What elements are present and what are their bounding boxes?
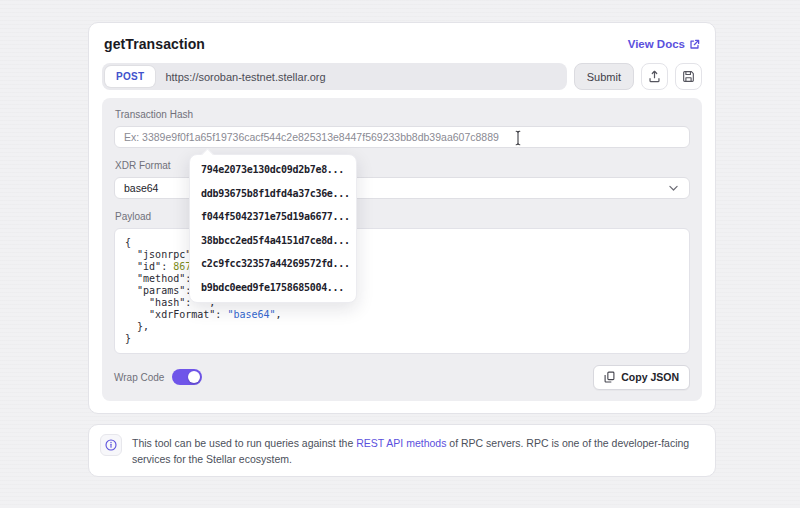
chevron-down-icon xyxy=(669,185,678,192)
view-docs-link[interactable]: View Docs xyxy=(628,38,700,50)
save-button[interactable] xyxy=(675,63,702,90)
hash-suggestion-item[interactable]: ddb93675b8f1dfd4a37c36e... xyxy=(190,182,356,206)
external-link-icon xyxy=(689,39,700,50)
hash-suggestion-item[interactable]: 38bbcc2ed5f4a4151d7ce8d... xyxy=(190,229,356,253)
hash-suggestions-popup: 794e2073e130dc09d2b7e8...ddb93675b8f1dfd… xyxy=(189,154,357,303)
info-note-text: This tool can be used to run queries aga… xyxy=(132,434,704,467)
hash-suggestion-item[interactable]: f044f5042371e75d19a6677... xyxy=(190,205,356,229)
rpc-explorer-page: { "header": { "title": "getTransaction",… xyxy=(0,0,800,508)
save-icon xyxy=(682,70,695,83)
xdr-format-value: base64 xyxy=(124,182,158,194)
hash-suggestion-item[interactable]: c2c9fcc32357a44269572fd... xyxy=(190,252,356,276)
copy-icon xyxy=(604,371,615,383)
transaction-hash-input[interactable] xyxy=(115,131,689,143)
info-text-before: This tool can be used to run queries aga… xyxy=(132,437,356,449)
info-icon-badge xyxy=(100,434,122,456)
card-header: getTransaction View Docs xyxy=(104,35,700,53)
submit-button[interactable]: Submit xyxy=(574,63,634,90)
page-title: getTransaction xyxy=(104,36,205,52)
payload-code-line: "xdrFormat": "base64", xyxy=(125,309,679,321)
info-icon xyxy=(105,439,117,451)
endpoint-field[interactable]: POST xyxy=(102,63,567,90)
copy-json-button[interactable]: Copy JSON xyxy=(593,365,690,390)
transaction-hash-field xyxy=(114,126,690,148)
endpoint-url-input[interactable] xyxy=(165,71,563,83)
request-bar: POST Submit xyxy=(102,63,702,90)
panel-footer: Wrap Code Copy JSON xyxy=(114,364,690,390)
info-note-card: This tool can be used to run queries aga… xyxy=(88,424,716,477)
hash-suggestion-item[interactable]: b9bdc0eed9fe1758685004... xyxy=(190,276,356,300)
hash-suggestion-item[interactable]: 794e2073e130dc09d2b7e8... xyxy=(190,158,356,182)
payload-code-line: } xyxy=(125,333,679,345)
wrap-code-label: Wrap Code xyxy=(114,372,164,383)
transaction-hash-label: Transaction Hash xyxy=(115,109,690,121)
text-cursor-icon xyxy=(514,130,522,146)
toggle-knob xyxy=(188,371,200,383)
wrap-code-toggle[interactable] xyxy=(172,369,202,385)
view-docs-label: View Docs xyxy=(628,38,685,50)
http-method-badge: POST xyxy=(105,66,155,87)
share-button[interactable] xyxy=(641,63,668,90)
rest-api-methods-link[interactable]: REST API methods xyxy=(356,437,446,449)
method-card: getTransaction View Docs POST Submit xyxy=(88,22,716,414)
share-icon xyxy=(648,70,661,83)
copy-json-label: Copy JSON xyxy=(621,371,679,383)
payload-code-line: }, xyxy=(125,321,679,333)
